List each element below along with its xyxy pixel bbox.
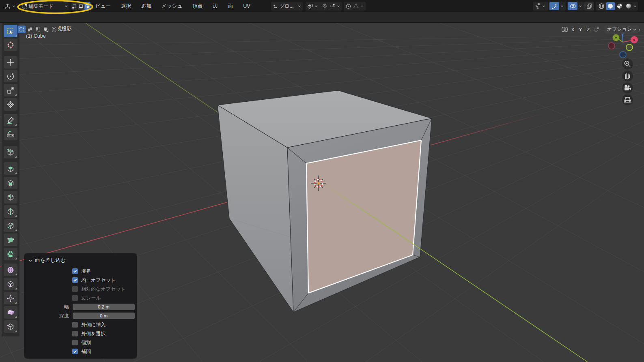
snap-target-icon[interactable] xyxy=(329,3,336,9)
tool-cursor-button[interactable] xyxy=(4,39,17,51)
shading-solid-button[interactable] xyxy=(606,2,615,10)
slider-label: 深度 xyxy=(24,313,69,319)
show-gizmo-icon xyxy=(551,3,558,9)
tool-move-button[interactable] xyxy=(4,56,17,69)
checkbox-unchecked[interactable] xyxy=(72,340,78,345)
shrink-fatten-icon xyxy=(6,294,15,303)
select-variant-extend-icon xyxy=(27,27,32,32)
checkbox-unchecked[interactable] xyxy=(72,322,78,328)
checkbox-unchecked[interactable] xyxy=(72,295,78,301)
tool-edge-slide-button[interactable] xyxy=(4,278,17,290)
tool-bevel-button[interactable] xyxy=(4,191,17,203)
shading-wireframe-button[interactable] xyxy=(597,2,606,10)
tool-transform-button[interactable] xyxy=(4,98,17,111)
checkbox-unchecked[interactable] xyxy=(72,286,78,292)
chevron-down-icon[interactable] xyxy=(579,4,582,8)
menu-vertex[interactable]: 頂点 xyxy=(192,3,203,10)
active-object-text: (1) Cube xyxy=(26,32,72,40)
select-mode-face-button[interactable] xyxy=(84,2,90,10)
options-dropdown[interactable]: オプション xyxy=(605,25,639,34)
tool-inset-faces-button[interactable] xyxy=(4,177,17,189)
zoom-button[interactable] xyxy=(622,59,633,70)
slider-幅[interactable]: 0.2 m xyxy=(73,304,135,310)
menu-uv[interactable]: UV xyxy=(242,3,251,9)
menu-view[interactable]: ビュー xyxy=(95,3,112,10)
tool-knife-button[interactable] xyxy=(4,219,17,232)
select-variant-set-button[interactable] xyxy=(18,26,26,33)
show-gizmo-toggle[interactable] xyxy=(549,2,559,10)
pivot-point-dropdown[interactable] xyxy=(306,2,322,11)
checkbox-unchecked[interactable] xyxy=(72,331,78,336)
mirror-butterfly-icon[interactable] xyxy=(561,26,568,33)
gizmo-neg-y-ball[interactable] xyxy=(626,44,633,51)
viewport-header: 編集モード ビュー選択追加メッシュ頂点辺面UV グロ... xyxy=(0,0,644,12)
select-variant-invert-button[interactable] xyxy=(42,26,50,33)
menu-select[interactable]: 選択 xyxy=(120,3,132,10)
shading-rendered-button[interactable] xyxy=(625,2,633,10)
tool-spin-button[interactable] xyxy=(4,248,17,260)
bevel-icon xyxy=(6,193,15,202)
mirror-axis-z-toggle[interactable]: Z xyxy=(585,26,592,33)
subtool-corner-marker xyxy=(15,316,17,318)
transform-orientation-dropdown[interactable]: グロ... xyxy=(271,2,303,11)
editor-type-selector[interactable] xyxy=(2,2,18,11)
checkbox-checked[interactable] xyxy=(72,268,78,274)
tool-extrude-region-button[interactable] xyxy=(4,162,17,175)
menu-edge[interactable]: 辺 xyxy=(212,3,219,10)
falloff-curve-icon[interactable] xyxy=(353,3,359,9)
menu-add[interactable]: 追加 xyxy=(140,3,152,10)
select-variant-set-icon xyxy=(19,27,24,32)
select-variant-invert-icon xyxy=(43,27,49,32)
camera-view-button[interactable] xyxy=(622,83,633,94)
checkbox-checked[interactable] xyxy=(72,349,78,354)
proportional-edit-icon[interactable] xyxy=(345,3,351,9)
poly-build-icon xyxy=(6,236,15,244)
menu-face[interactable]: 面 xyxy=(227,3,234,10)
orientation-axes-icon xyxy=(273,3,278,9)
chevron-down-icon[interactable] xyxy=(560,4,564,8)
shading-mode-group xyxy=(596,2,638,11)
tool-measure-button[interactable] xyxy=(4,128,17,140)
slider-深度[interactable]: 0 m xyxy=(73,313,135,319)
gizmo-neg-z-ball[interactable] xyxy=(620,51,626,58)
tool-annotate-button[interactable] xyxy=(4,114,17,126)
chevron-down-icon[interactable] xyxy=(360,4,364,8)
snap-toggle-button[interactable] xyxy=(322,2,328,10)
chevron-down-icon xyxy=(314,4,318,8)
xray-toggle[interactable] xyxy=(584,2,594,11)
operator-panel-header[interactable]: 面を差し込む xyxy=(24,253,137,264)
chevron-down-icon[interactable] xyxy=(337,4,340,8)
tool-add-cube-button[interactable] xyxy=(4,146,17,159)
select-variant-subtract-button[interactable] xyxy=(34,26,42,33)
transform-correction-icon[interactable] xyxy=(593,26,600,33)
subtool-corner-marker xyxy=(15,330,17,332)
select-mode-edge-button[interactable] xyxy=(78,2,84,10)
operator-panel[interactable]: 面を差し込む 境界均一オフセット相対的なオフセット辺レール幅0.2 m深度0 m… xyxy=(24,253,137,358)
mode-dropdown[interactable]: 編集モード xyxy=(20,2,69,11)
select-mode-vertex-button[interactable] xyxy=(71,2,78,10)
selectability-visibility-dropdown[interactable] xyxy=(533,2,548,11)
tool-loop-cut-button[interactable] xyxy=(4,205,17,218)
mirror-axis-y-toggle[interactable]: Y xyxy=(577,26,584,33)
tool-shrink-fatten-button[interactable] xyxy=(4,292,17,304)
show-overlays-toggle[interactable] xyxy=(568,2,577,10)
operator-row: 境界 xyxy=(24,267,137,276)
tool-scale-button[interactable] xyxy=(4,84,17,96)
select-variant-extend-button[interactable] xyxy=(26,26,34,33)
mirror-axis-x-toggle[interactable]: X xyxy=(569,26,576,33)
menu-mesh[interactable]: メッシュ xyxy=(161,3,183,10)
tool-shear-button[interactable] xyxy=(4,306,17,319)
tool-rotate-button[interactable] xyxy=(4,70,17,82)
gizmo-neg-x-ball[interactable] xyxy=(608,43,615,49)
tool-smooth-button[interactable] xyxy=(4,263,17,276)
shading-material-button[interactable] xyxy=(615,2,624,10)
select-variant-intersect-button[interactable] xyxy=(50,26,58,33)
tool-poly-build-button[interactable] xyxy=(4,233,17,246)
show-gizmo-control xyxy=(549,2,566,11)
ortho-toggle-button[interactable] xyxy=(622,94,633,105)
tool-rip-region-button[interactable] xyxy=(4,320,17,333)
chevron-down-icon[interactable] xyxy=(633,4,637,8)
pan-button[interactable] xyxy=(622,71,633,81)
checkbox-checked[interactable] xyxy=(72,277,78,283)
tool-select-box-button[interactable] xyxy=(4,25,17,37)
